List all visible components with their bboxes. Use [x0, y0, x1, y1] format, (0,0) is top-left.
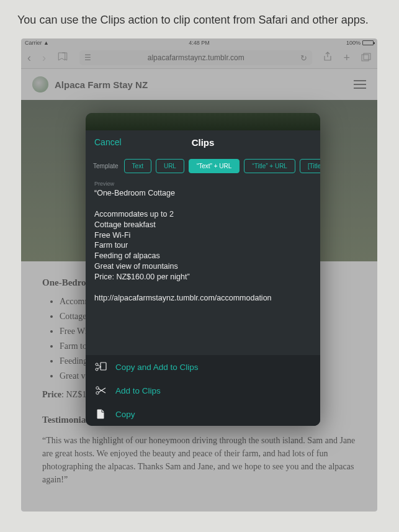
- clips-title: Clips: [192, 137, 215, 148]
- cancel-button[interactable]: Cancel: [94, 137, 122, 147]
- status-bar: Carrier ▲ 4:48 PM 100%: [21, 38, 377, 47]
- action-add-to-clips[interactable]: Add to Clips: [86, 379, 320, 402]
- carrier-label: Carrier ▲: [25, 40, 49, 46]
- template-option-url[interactable]: URL: [156, 159, 184, 173]
- tabs-icon[interactable]: [361, 52, 371, 65]
- url-text: alpacafarmstaynz.tumblr.com: [148, 53, 244, 62]
- battery-icon: [362, 40, 374, 45]
- preview-area: Preview “One-Bedroom Cottage Accommodate…: [86, 178, 320, 355]
- browser-toolbar: ‹ › ☰ alpacafarmstaynz.tumblr.com ↻ +: [21, 47, 377, 69]
- action-copy[interactable]: Copy: [86, 402, 320, 426]
- wifi-icon: ▲: [43, 40, 49, 46]
- battery-percent: 100%: [346, 40, 361, 46]
- template-option-title-url[interactable]: “Title” + URL: [244, 159, 295, 173]
- back-button[interactable]: ‹: [27, 52, 31, 65]
- preview-text: “One-Bedroom Cottage Accommodates up to …: [94, 188, 312, 304]
- reload-icon[interactable]: ↻: [300, 53, 307, 63]
- actions-list: Copy and Add to Clips Add to Clips Copy: [86, 355, 320, 426]
- document-icon: [94, 408, 107, 420]
- clips-modal: Cancel Clips Template Text URL “Text” + …: [86, 113, 320, 426]
- preview-label: Preview: [94, 181, 312, 187]
- forward-button[interactable]: ›: [42, 52, 46, 65]
- svg-rect-2: [101, 363, 106, 370]
- scissors-icon: [94, 385, 107, 396]
- status-time: 4:48 PM: [189, 40, 210, 46]
- action-label: Add to Clips: [115, 386, 161, 395]
- scissors-clipboard-icon: [94, 361, 107, 372]
- action-label: Copy: [115, 410, 135, 419]
- template-option-text-url[interactable]: “Text” + URL: [189, 159, 240, 173]
- template-option-text[interactable]: Text: [124, 159, 151, 173]
- menu-icon[interactable]: [354, 80, 366, 89]
- share-icon[interactable]: [323, 52, 332, 65]
- action-label: Copy and Add to Clips: [115, 363, 199, 372]
- page-caption: You can use the Clips action to clip con…: [0, 0, 399, 37]
- avatar: [32, 76, 48, 92]
- reader-icon[interactable]: ☰: [84, 53, 91, 62]
- template-option-markdown[interactable]: [Title](URL): [300, 159, 320, 173]
- clips-hero-image: [86, 113, 320, 130]
- site-title: Alpaca Farm Stay NZ: [55, 79, 148, 90]
- price-label: Price: [42, 390, 61, 399]
- template-row: Template Text URL “Text” + URL “Title” +…: [86, 154, 320, 178]
- testimonial-body: “This was the highlight of our honeymoon…: [42, 434, 356, 486]
- site-header: Alpaca Farm Stay NZ: [21, 69, 377, 100]
- action-copy-and-add[interactable]: Copy and Add to Clips: [86, 355, 320, 379]
- template-label: Template: [93, 163, 119, 169]
- new-tab-icon[interactable]: +: [343, 52, 350, 65]
- bookmarks-icon[interactable]: [57, 52, 68, 65]
- url-field[interactable]: ☰ alpacafarmstaynz.tumblr.com ↻: [79, 50, 312, 65]
